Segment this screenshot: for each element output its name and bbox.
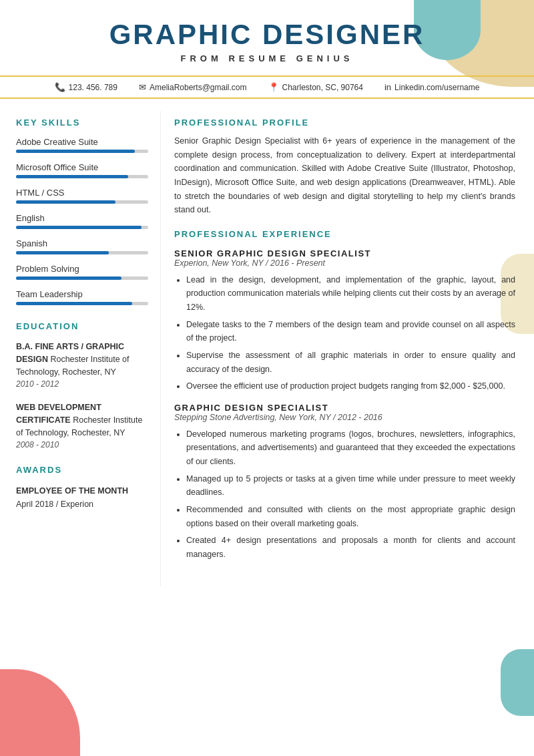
skill-bar-bg [16,226,148,229]
blob-bottom-left [0,669,80,756]
location-icon: 📍 [268,82,279,92]
edu-degree: B.A. FINE ARTS / GRAPHIC DESIGN [16,342,124,364]
skill-name: Team Leadership [16,289,148,299]
sidebar: KEY SKILLS Adobe Creative Suite Microsof… [0,111,160,586]
job-company: Stepping Stone Advertising, New York, NY… [174,413,515,422]
skill-name: English [16,213,148,223]
skill-bar-fill [16,175,128,178]
profile-section: PROFESSIONAL PROFILE Senior Graphic Desi… [174,118,515,217]
skill-bar-fill [16,251,109,254]
education-title: EDUCATION [16,321,148,331]
edu-year: 2010 - 2012 [16,379,59,389]
skill-bar-fill [16,200,115,204]
skill-item: Adobe Creative Suite [16,137,148,153]
job-title: SENIOR GRAPHIC DESIGN SPECIALIST [174,248,515,258]
awards-title: AWARDS [16,465,148,475]
edu-entry: WEB DEVELOPMENT CERTIFICATE Rochester In… [16,401,148,451]
skill-bar-fill [16,302,132,305]
contact-linkedin: in Linkedin.com/username [384,82,480,92]
award-entry: EMPLOYEE OF THE MONTHApril 2018 / Experi… [16,484,148,511]
skill-name: HTML / CSS [16,188,148,198]
skill-item: English [16,213,148,229]
list-item: Lead in the design, development, and imp… [186,273,515,315]
skill-item: Problem Solving [16,264,148,280]
list-item: Managed up to 5 projects or tasks at a g… [186,472,515,500]
education-list: B.A. FINE ARTS / GRAPHIC DESIGN Rocheste… [16,341,148,451]
linkedin-text: Linkedin.com/username [394,83,479,92]
job-entry: GRAPHIC DESIGN SPECIALIST Stepping Stone… [174,403,515,562]
skill-bar-fill [16,226,142,229]
contact-email: ✉ AmeliaRoberts@gmail.com [139,82,247,92]
page-title: GRAPHIC DESIGNER [13,19,521,51]
email-icon: ✉ [139,82,146,92]
list-item: Developed numerous marketing programs (l… [186,427,515,469]
email-text: AmeliaRoberts@gmail.com [150,83,247,92]
job-bullets: Developed numerous marketing programs (l… [174,427,515,562]
experience-section: PROFESSIONAL EXPERIENCE SENIOR GRAPHIC D… [174,229,515,562]
location-text: Charleston, SC, 90764 [282,83,363,92]
skill-item: Spanish [16,238,148,254]
jobs-list: SENIOR GRAPHIC DESIGN SPECIALIST Experio… [174,248,515,562]
contact-phone: 📞 123. 456. 789 [55,82,117,92]
skill-bar-bg [16,302,148,305]
linkedin-icon: in [384,82,391,92]
list-item: Delegate tasks to the 7 members of the d… [186,318,515,345]
contact-bar: 📞 123. 456. 789 ✉ AmeliaRoberts@gmail.co… [0,75,534,99]
main-layout: KEY SKILLS Adobe Creative Suite Microsof… [0,111,534,586]
list-item: Created 4+ design presentations and prop… [186,534,515,561]
skills-section: KEY SKILLS Adobe Creative Suite Microsof… [16,118,148,305]
skill-item: Microsoft Office Suite [16,162,148,178]
job-company: Experion, New York, NY / 2016 - Present [174,258,515,268]
list-item: Recommended and consulted with clients o… [186,503,515,530]
skill-name: Microsoft Office Suite [16,162,148,172]
edu-entry: B.A. FINE ARTS / GRAPHIC DESIGN Rocheste… [16,341,148,391]
job-title: GRAPHIC DESIGN SPECIALIST [174,403,515,413]
skill-name: Spanish [16,238,148,248]
skill-name: Problem Solving [16,264,148,274]
header: GRAPHIC DESIGNER FROM RESUME GENIUS [0,0,534,70]
profile-title: PROFESSIONAL PROFILE [174,118,515,128]
skill-bar-fill [16,150,135,153]
skill-bar-bg [16,251,148,254]
phone-text: 123. 456. 789 [69,83,117,92]
skill-bar-bg [16,175,148,178]
skills-list: Adobe Creative Suite Microsoft Office Su… [16,137,148,305]
skill-bar-fill [16,276,121,280]
list-item: Oversee the efficient use of production … [186,379,515,393]
phone-icon: 📞 [55,82,65,92]
edu-year: 2008 - 2010 [16,440,59,449]
list-item: Supervise the assessment of all graphic … [186,349,515,376]
job-bullets: Lead in the design, development, and imp… [174,273,515,393]
skill-item: HTML / CSS [16,188,148,204]
edu-degree: WEB DEVELOPMENT CERTIFICATE [16,403,101,425]
experience-title: PROFESSIONAL EXPERIENCE [174,229,515,239]
education-section: EDUCATION B.A. FINE ARTS / GRAPHIC DESIG… [16,321,148,451]
skill-bar-bg [16,276,148,280]
main-content: PROFESSIONAL PROFILE Senior Graphic Desi… [160,111,534,586]
job-entry: SENIOR GRAPHIC DESIGN SPECIALIST Experio… [174,248,515,393]
skills-title: KEY SKILLS [16,118,148,128]
award-detail: April 2018 / Experion [16,500,93,509]
skill-bar-bg [16,200,148,204]
awards-section: AWARDS EMPLOYEE OF THE MONTHApril 2018 /… [16,465,148,511]
contact-location: 📍 Charleston, SC, 90764 [268,82,363,92]
skill-bar-bg [16,150,148,153]
skill-name: Adobe Creative Suite [16,137,148,147]
profile-text: Senior Graphic Design Specialist with 6+… [174,134,515,217]
award-name: EMPLOYEE OF THE MONTH [16,486,128,496]
awards-list: EMPLOYEE OF THE MONTHApril 2018 / Experi… [16,484,148,511]
blob-right-bottom [501,649,534,716]
skill-item: Team Leadership [16,289,148,305]
page-subtitle: FROM RESUME GENIUS [13,53,521,63]
